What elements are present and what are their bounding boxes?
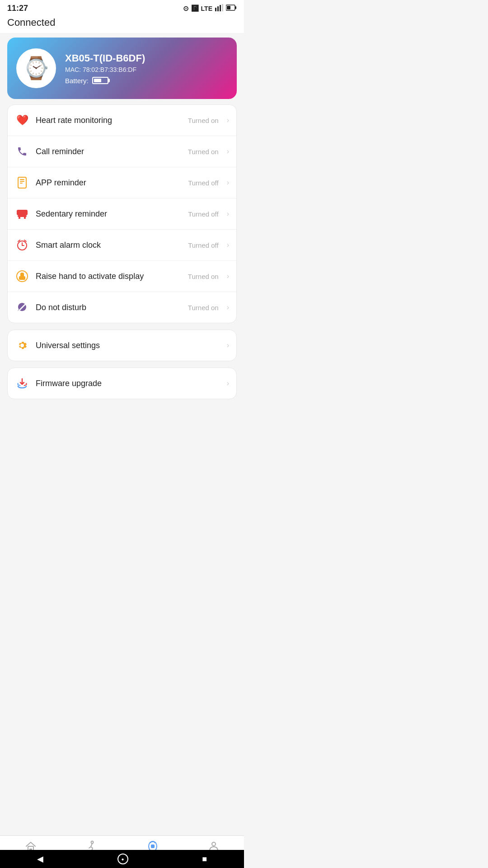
device-name: XB05-T(ID-B6DF) (65, 52, 145, 64)
call-reminder-status: Turned on (188, 148, 219, 156)
status-time: 11:27 (7, 4, 28, 13)
setting-app-reminder[interactable]: APP reminder Turned off › (8, 167, 236, 198)
app-icon (15, 175, 29, 190)
sedentary-icon (15, 207, 29, 221)
firmware-upgrade-row[interactable]: Firmware upgrade › (8, 368, 236, 399)
page-title: Connected (7, 17, 55, 28)
battery-display-icon (92, 77, 108, 84)
status-icons: ⊙ 🅿 LTE (183, 4, 237, 13)
call-reminder-chevron: › (227, 147, 229, 156)
smart-alarm-status: Turned off (188, 241, 219, 249)
device-battery: Battery: (65, 77, 145, 85)
device-info: XB05-T(ID-B6DF) MAC: 78:02:B7:33:B6:DF B… (65, 52, 145, 85)
do-not-disturb-chevron: › (227, 303, 229, 311)
call-reminder-label: Call reminder (36, 147, 182, 156)
page-header: Connected (0, 15, 244, 33)
svg-rect-5 (235, 6, 236, 9)
sedentary-reminder-status: Turned off (188, 210, 219, 218)
svg-rect-14 (24, 217, 26, 219)
app-reminder-status: Turned off (188, 179, 219, 187)
svg-rect-6 (227, 6, 230, 9)
parking-icon: 🅿 (192, 5, 198, 12)
device-card: ⌚ XB05-T(ID-B6DF) MAC: 78:02:B7:33:B6:DF… (7, 38, 237, 99)
setting-do-not-disturb[interactable]: Do not disturb Turned on › (8, 292, 236, 323)
raise-hand-label: Raise hand to activate display (36, 272, 182, 281)
settings-gear-icon (15, 338, 29, 353)
setting-heart-rate[interactable]: ❤️ Heart rate monitoring Turned on › (8, 105, 236, 136)
settings-card: ❤️ Heart rate monitoring Turned on › Cal… (7, 104, 237, 323)
call-icon (15, 144, 29, 159)
universal-settings-chevron: › (227, 341, 229, 349)
heart-rate-chevron: › (227, 116, 229, 124)
alarm-icon (15, 238, 29, 252)
setting-call-reminder[interactable]: Call reminder Turned on › (8, 136, 236, 167)
lte-label: LTE (201, 5, 212, 12)
device-mac: MAC: 78:02:B7:33:B6:DF (65, 66, 145, 73)
battery-icon (226, 5, 237, 12)
universal-settings-row[interactable]: Universal settings › (8, 330, 236, 361)
heart-rate-status: Turned on (188, 117, 219, 124)
app-reminder-label: APP reminder (36, 178, 182, 188)
sedentary-reminder-label: Sedentary reminder (36, 209, 182, 219)
svg-rect-3 (222, 4, 223, 11)
svg-rect-8 (20, 179, 24, 180)
smart-alarm-label: Smart alarm clock (36, 241, 182, 250)
raise-hand-icon (15, 269, 29, 283)
universal-settings-card: Universal settings › (7, 330, 237, 361)
svg-rect-1 (217, 6, 219, 11)
firmware-upgrade-chevron: › (227, 379, 229, 387)
status-bar: 11:27 ⊙ 🅿 LTE (0, 0, 244, 15)
setting-smart-alarm[interactable]: Smart alarm clock Turned off › (8, 230, 236, 261)
signal-icon (215, 4, 223, 13)
smart-alarm-chevron: › (227, 241, 229, 249)
firmware-upgrade-label: Firmware upgrade (36, 379, 219, 388)
svg-rect-0 (215, 8, 216, 11)
universal-settings-label: Universal settings (36, 341, 219, 350)
svg-rect-13 (19, 217, 20, 219)
svg-rect-10 (20, 183, 23, 184)
svg-rect-11 (17, 210, 28, 215)
do-not-disturb-label: Do not disturb (36, 303, 182, 312)
firmware-icon (15, 376, 29, 391)
heart-rate-label: Heart rate monitoring (36, 116, 182, 125)
sedentary-reminder-chevron: › (227, 210, 229, 218)
svg-rect-22 (19, 276, 25, 280)
setting-raise-hand[interactable]: Raise hand to activate display Turned on… (8, 261, 236, 292)
firmware-upgrade-card: Firmware upgrade › (7, 368, 237, 399)
app-reminder-chevron: › (227, 179, 229, 187)
svg-rect-12 (18, 215, 27, 217)
svg-rect-9 (20, 181, 24, 182)
setting-sedentary-reminder[interactable]: Sedentary reminder Turned off › (8, 198, 236, 230)
notification-icon: ⊙ (183, 5, 189, 13)
raise-hand-chevron: › (227, 272, 229, 280)
do-not-disturb-status: Turned on (188, 304, 219, 311)
device-avatar: ⌚ (16, 48, 56, 88)
svg-rect-2 (220, 5, 221, 11)
heart-icon: ❤️ (15, 113, 29, 127)
disturb-icon (15, 300, 29, 315)
watch-image: ⌚ (23, 56, 50, 81)
raise-hand-status: Turned on (188, 273, 219, 280)
